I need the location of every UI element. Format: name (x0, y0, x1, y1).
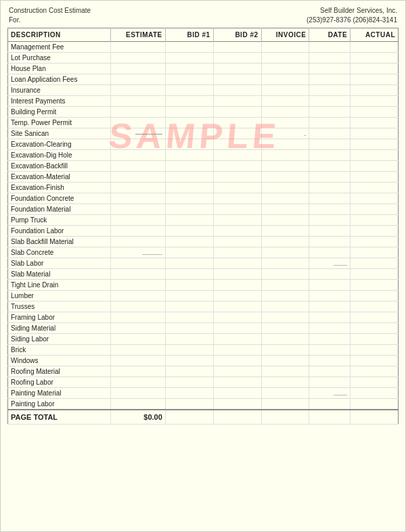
table-cell-actual (351, 312, 399, 323)
table-cell-bid1 (165, 204, 213, 215)
table-cell-date (309, 139, 351, 150)
table-cell-actual (351, 107, 399, 118)
table-cell-invoice (261, 139, 309, 150)
table-cell-actual (351, 291, 399, 301)
table-cell-bid1 (165, 291, 213, 301)
table-row: Painting Material (8, 388, 399, 399)
table-cell-description: Trusses (8, 301, 111, 312)
table-cell-invoice (261, 161, 309, 172)
table-cell-actual (351, 215, 399, 226)
table-cell-bid2 (213, 247, 261, 258)
table-cell-estimate (110, 118, 165, 128)
table-cell-date (309, 366, 351, 377)
table-cell-bid1 (165, 150, 213, 161)
table-cell-bid2 (213, 366, 261, 377)
col-header-estimate: ESTIMATE (110, 28, 165, 42)
table-cell-date (309, 399, 351, 410)
table-cell-invoice (261, 74, 309, 85)
table-cell-estimate (110, 128, 165, 139)
table-row: Siding Material (8, 323, 399, 334)
table-cell-bid2 (213, 64, 261, 74)
table-cell-description: Slab Labor (8, 258, 111, 269)
footer-date (309, 410, 351, 425)
table-cell-invoice (261, 269, 309, 280)
table-row: Windows (8, 356, 399, 366)
table-cell-date (309, 150, 351, 161)
table-cell-bid1 (165, 237, 213, 247)
table-cell-description: Slab Concrete (8, 247, 111, 258)
table-cell-date (309, 85, 351, 96)
table-cell-date (309, 301, 351, 312)
table-cell-description: Siding Labor (8, 334, 111, 345)
table-cell-date (309, 388, 351, 399)
table-cell-estimate (110, 204, 165, 215)
table-cell-description: Excavation-Finish (8, 183, 111, 193)
table-cell-invoice (261, 237, 309, 247)
footer-value: $0.00 (110, 410, 165, 425)
table-cell-description: Building Permit (8, 107, 111, 118)
table-cell-actual (351, 128, 399, 139)
table-cell-date (309, 215, 351, 226)
table-cell-estimate (110, 161, 165, 172)
table-cell-description: Framing Labor (8, 312, 111, 323)
table-cell-estimate (110, 42, 165, 53)
table-cell-description: Site Sanican (8, 128, 111, 139)
table-cell-actual (351, 74, 399, 85)
table-cell-description: Excavation-Backfill (8, 161, 111, 172)
table-cell-actual (351, 237, 399, 247)
table-cell-date (309, 53, 351, 64)
table-cell-description: Foundation Material (8, 204, 111, 215)
table-cell-estimate (110, 291, 165, 301)
table-cell-bid2 (213, 172, 261, 183)
table-row: Excavation-Dig Hole (8, 150, 399, 161)
table-row: Site Sanican. (8, 128, 399, 139)
table-cell-invoice (261, 366, 309, 377)
table-cell-bid2 (213, 139, 261, 150)
header-title-line1: Construction Cost Estimate (9, 6, 91, 16)
table-cell-date (309, 269, 351, 280)
table-cell-invoice (261, 301, 309, 312)
table-row: Foundation Material (8, 204, 399, 215)
table-cell-description: Tight Line Drain (8, 280, 111, 291)
table-cell-actual (351, 356, 399, 366)
table-cell-bid1 (165, 64, 213, 74)
table-cell-estimate (110, 64, 165, 74)
table-row: Building Permit (8, 107, 399, 118)
table-cell-bid1 (165, 247, 213, 258)
table-cell-estimate (110, 53, 165, 64)
table-row: Brick (8, 345, 399, 356)
table-row: Trusses (8, 301, 399, 312)
table-cell-estimate (110, 237, 165, 247)
table-cell-estimate (110, 193, 165, 204)
table-row: Roofing Material (8, 366, 399, 377)
table-cell-bid2 (213, 301, 261, 312)
table-cell-date (309, 128, 351, 139)
table-cell-date (309, 193, 351, 204)
table-cell-date (309, 377, 351, 388)
table-cell-estimate (110, 139, 165, 150)
table-cell-description: Brick (8, 345, 111, 356)
table-cell-estimate (110, 301, 165, 312)
table-cell-description: Excavation-Material (8, 172, 111, 183)
table-cell-date (309, 345, 351, 356)
table-cell-actual (351, 280, 399, 291)
header-title-line2: For. (9, 16, 91, 25)
table-cell-estimate (110, 107, 165, 118)
table-row: Slab Backfill Material (8, 237, 399, 247)
table-cell-invoice (261, 107, 309, 118)
table-row: Lumber (8, 291, 399, 301)
table-cell-estimate (110, 377, 165, 388)
header-left: Construction Cost Estimate For. (9, 6, 91, 25)
table-cell-actual (351, 247, 399, 258)
table-cell-date (309, 312, 351, 323)
table-cell-bid2 (213, 377, 261, 388)
table-row: Excavation-Finish (8, 183, 399, 193)
table-cell-invoice (261, 172, 309, 183)
table-cell-date (309, 258, 351, 269)
table-cell-bid2 (213, 215, 261, 226)
table-cell-estimate (110, 312, 165, 323)
col-header-date: DATE (309, 28, 351, 42)
table-cell-description: Painting Material (8, 388, 111, 399)
table-cell-invoice (261, 247, 309, 258)
table-cell-actual (351, 377, 399, 388)
